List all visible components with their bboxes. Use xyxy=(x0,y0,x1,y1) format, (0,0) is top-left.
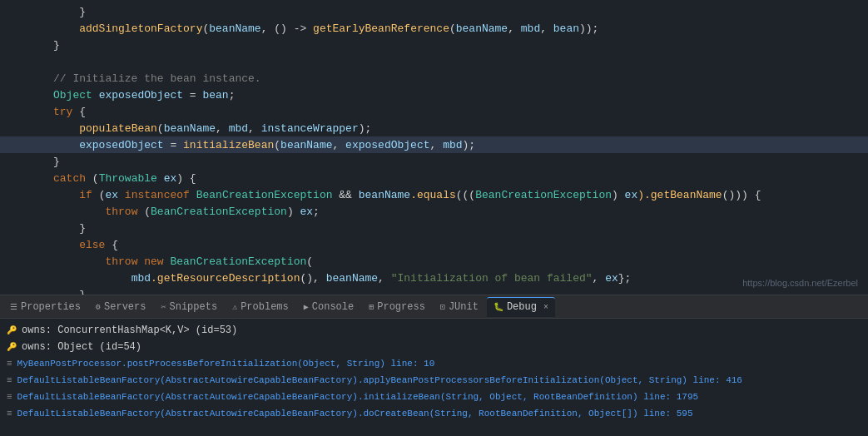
code-line: } xyxy=(0,37,868,53)
debug-text: DefaultListableBeanFactory(AbstractAutow… xyxy=(17,409,693,419)
code-line: } xyxy=(0,220,868,236)
debug-row[interactable]: ≡DefaultListableBeanFactory(AbstractAuto… xyxy=(7,389,861,405)
debug-row[interactable]: ≡MyBeanPostProcessor.postProcessBeforeIn… xyxy=(7,355,861,372)
junit-icon: ⊡ xyxy=(440,302,445,312)
tab-label-debug: Debug xyxy=(507,301,537,313)
tab-label-problems: Problems xyxy=(241,301,289,313)
properties-icon: ☰ xyxy=(10,302,17,312)
tab-label-snippets: Snippets xyxy=(170,301,218,313)
tab-label-properties: Properties xyxy=(21,301,81,313)
code-line: else { xyxy=(0,236,868,253)
tab-label-progress: Progress xyxy=(377,301,425,313)
console-icon: ▶ xyxy=(304,302,309,312)
code-line xyxy=(0,53,868,70)
bottom-panel: ☰Properties⚙Servers✂Snippets⚠Problems▶Co… xyxy=(0,295,868,436)
code-line: exposedObject = initializeBean(beanName,… xyxy=(0,136,868,153)
tab-label-junit: JUnit xyxy=(449,301,479,313)
tab-console[interactable]: ▶Console xyxy=(297,297,360,317)
equals-icon: ≡ xyxy=(7,359,12,369)
tab-debug[interactable]: 🐛Debug× xyxy=(487,297,555,317)
debug-row: 🔑owns: Object (id=54) xyxy=(7,339,861,355)
tab-label-servers: Servers xyxy=(104,301,146,313)
tab-snippets[interactable]: ✂Snippets xyxy=(154,297,224,317)
code-line: } xyxy=(0,153,868,170)
debug-text: DefaultListableBeanFactory(AbstractAutow… xyxy=(17,375,742,385)
code-line: // Initialize the bean instance. xyxy=(0,70,868,87)
debug-text: owns: ConcurrentHashMap<K,V> (id=53) xyxy=(22,325,237,336)
close-icon[interactable]: × xyxy=(543,303,548,312)
code-line: addSingletonFactory(beanName, () -> getE… xyxy=(0,20,868,37)
servers-icon: ⚙ xyxy=(96,302,101,312)
equals-icon: ≡ xyxy=(7,392,12,402)
code-line: } xyxy=(0,286,868,295)
key-icon: 🔑 xyxy=(7,325,17,335)
debug-row[interactable]: ≡DefaultListableBeanFactory(AbstractAuto… xyxy=(7,405,861,422)
code-line: mbd.getResourceDescription(), beanName, … xyxy=(0,270,868,286)
tab-bar: ☰Properties⚙Servers✂Snippets⚠Problems▶Co… xyxy=(0,295,868,319)
code-line: catch (Throwable ex) { xyxy=(0,170,868,186)
code-line: if (ex instanceof BeanCreationException … xyxy=(0,186,868,203)
debug-row: 🔑owns: ConcurrentHashMap<K,V> (id=53) xyxy=(7,322,861,339)
code-line: try { xyxy=(0,103,868,120)
tab-properties[interactable]: ☰Properties xyxy=(3,297,87,317)
key-icon: 🔑 xyxy=(7,342,17,352)
code-line: throw (BeanCreationException) ex; xyxy=(0,203,868,220)
snippets-icon: ✂ xyxy=(161,302,166,312)
tab-label-console: Console xyxy=(312,301,354,313)
debug-text: MyBeanPostProcessor.postProcessBeforeIni… xyxy=(17,359,435,369)
tab-problems[interactable]: ⚠Problems xyxy=(226,297,295,317)
tab-junit[interactable]: ⊡JUnit xyxy=(434,297,485,317)
equals-icon: ≡ xyxy=(7,409,12,419)
progress-icon: ⊞ xyxy=(369,302,374,312)
debug-icon: 🐛 xyxy=(494,302,503,312)
debug-text: DefaultListableBeanFactory(AbstractAutow… xyxy=(17,392,699,402)
watermark: https://blog.csdn.net/Ezerbel xyxy=(742,278,858,288)
code-line: throw new BeanCreationException( xyxy=(0,253,868,270)
debug-row[interactable]: ≡DefaultListableBeanFactory(AbstractAuto… xyxy=(7,372,861,389)
debug-content: 🔑owns: ConcurrentHashMap<K,V> (id=53)🔑ow… xyxy=(0,319,868,436)
tab-servers[interactable]: ⚙Servers xyxy=(89,297,152,317)
problems-icon: ⚠ xyxy=(232,302,237,312)
code-line: populateBean(beanName, mbd, instanceWrap… xyxy=(0,120,868,136)
code-editor: } addSingletonFactory(beanName, () -> ge… xyxy=(0,0,868,295)
debug-text: owns: Object (id=54) xyxy=(22,341,141,353)
equals-icon: ≡ xyxy=(7,375,12,385)
code-line: Object exposedObject = bean; xyxy=(0,87,868,103)
code-line: } xyxy=(0,3,868,20)
tab-progress[interactable]: ⊞Progress xyxy=(362,297,432,317)
